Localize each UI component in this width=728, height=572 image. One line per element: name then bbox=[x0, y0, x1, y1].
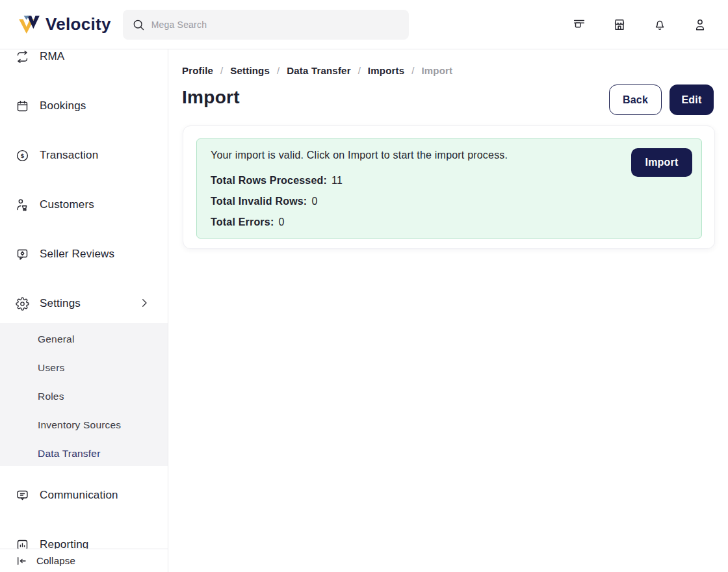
settings-submenu: General Users Roles Inventory Sources Da… bbox=[0, 323, 168, 466]
app-window: Velocity bbox=[0, 0, 728, 572]
import-status-card: Your import is valid. Click on Import to… bbox=[183, 125, 715, 249]
stat-value: 11 bbox=[332, 175, 343, 186]
chevron-right-icon bbox=[138, 297, 150, 309]
breadcrumb-profile[interactable]: Profile bbox=[182, 65, 213, 76]
sidebar-item-label: Bookings bbox=[40, 99, 86, 112]
velocity-logo-icon bbox=[17, 12, 42, 37]
submenu-item-users[interactable]: Users bbox=[0, 354, 168, 382]
storefront-icon[interactable] bbox=[572, 18, 586, 32]
gear-icon bbox=[16, 297, 29, 311]
breadcrumb-separator: / bbox=[358, 65, 361, 76]
mega-search-bar[interactable] bbox=[123, 10, 409, 40]
collapse-label: Collapse bbox=[36, 555, 75, 566]
import-valid-message: Your import is valid. Click on Import to… bbox=[211, 148, 508, 162]
sidebar-item-customers[interactable]: Customers bbox=[0, 192, 168, 218]
svg-text:$: $ bbox=[21, 151, 25, 159]
sidebar-item-seller-reviews[interactable]: Seller Reviews bbox=[0, 241, 168, 267]
sidebar-item-settings[interactable]: Settings bbox=[0, 291, 168, 317]
breadcrumb-separator: / bbox=[411, 65, 414, 76]
main-content: Profile / Settings / Data Transfer / Imp… bbox=[169, 49, 728, 572]
breadcrumb-separator: / bbox=[220, 65, 223, 76]
sidebar-item-label: Settings bbox=[40, 297, 81, 310]
stat-label: Total Errors: bbox=[211, 216, 274, 228]
stat-value: 0 bbox=[278, 216, 284, 228]
stat-total-errors: Total Errors:0 bbox=[211, 215, 285, 229]
sidebar-item-label: Customers bbox=[40, 198, 94, 211]
user-icon[interactable] bbox=[693, 18, 707, 32]
page-title: Import bbox=[182, 87, 240, 108]
brand-logo[interactable]: Velocity bbox=[17, 12, 111, 37]
back-button[interactable]: Back bbox=[609, 84, 662, 115]
breadcrumb-import-current: Import bbox=[421, 65, 452, 76]
stat-total-rows-processed: Total Rows Processed:11 bbox=[211, 174, 343, 188]
submenu-item-general[interactable]: General bbox=[0, 325, 168, 354]
sidebar-collapse-button[interactable]: Collapse bbox=[0, 549, 168, 572]
sidebar-item-communication[interactable]: Communication bbox=[0, 482, 168, 508]
sidebar-item-label: Transaction bbox=[40, 149, 98, 162]
import-success-alert: Your import is valid. Click on Import to… bbox=[196, 138, 702, 239]
submenu-item-data-transfer[interactable]: Data Transfer bbox=[0, 439, 168, 468]
bell-icon[interactable] bbox=[653, 18, 667, 32]
collapse-icon bbox=[16, 555, 27, 567]
header-actions bbox=[572, 0, 707, 49]
review-bubble-icon bbox=[16, 248, 29, 261]
calendar-icon bbox=[16, 99, 29, 113]
sidebar-item-bookings[interactable]: Bookings bbox=[0, 93, 168, 119]
import-button[interactable]: Import bbox=[631, 148, 692, 177]
sidebar-item-transaction[interactable]: $ Transaction bbox=[0, 142, 168, 168]
stat-label: Total Rows Processed: bbox=[211, 175, 327, 186]
submenu-item-inventory-sources[interactable]: Inventory Sources bbox=[0, 411, 168, 439]
sidebar-item-label: RMA bbox=[40, 50, 64, 63]
edit-button[interactable]: Edit bbox=[670, 84, 714, 115]
top-header: Velocity bbox=[0, 0, 728, 49]
breadcrumb-data-transfer[interactable]: Data Transfer bbox=[287, 65, 350, 76]
sidebar-item-label: Communication bbox=[40, 489, 118, 502]
submenu-item-roles[interactable]: Roles bbox=[0, 382, 168, 411]
brand-name: Velocity bbox=[46, 14, 111, 34]
chat-icon bbox=[16, 489, 29, 502]
stat-value: 0 bbox=[311, 196, 317, 207]
breadcrumb-imports[interactable]: Imports bbox=[368, 65, 404, 76]
breadcrumb-separator: / bbox=[277, 65, 280, 76]
sidebar-item-label: Seller Reviews bbox=[40, 248, 114, 261]
stat-label: Total Invalid Rows: bbox=[211, 196, 307, 207]
breadcrumb: Profile / Settings / Data Transfer / Imp… bbox=[182, 65, 452, 76]
store-icon[interactable] bbox=[612, 18, 627, 32]
search-icon bbox=[132, 18, 145, 31]
breadcrumb-settings[interactable]: Settings bbox=[230, 65, 270, 76]
stat-total-invalid-rows: Total Invalid Rows:0 bbox=[211, 194, 318, 209]
sidebar: RMA Bookings $ Transaction bbox=[0, 49, 168, 572]
customer-cart-icon bbox=[16, 198, 29, 212]
dollar-circle-icon: $ bbox=[16, 149, 29, 162]
search-input[interactable] bbox=[151, 20, 385, 30]
page-actions: Back Edit bbox=[609, 84, 714, 115]
sidebar-item-rma[interactable]: RMA bbox=[0, 49, 168, 70]
rma-swap-icon bbox=[16, 50, 29, 64]
